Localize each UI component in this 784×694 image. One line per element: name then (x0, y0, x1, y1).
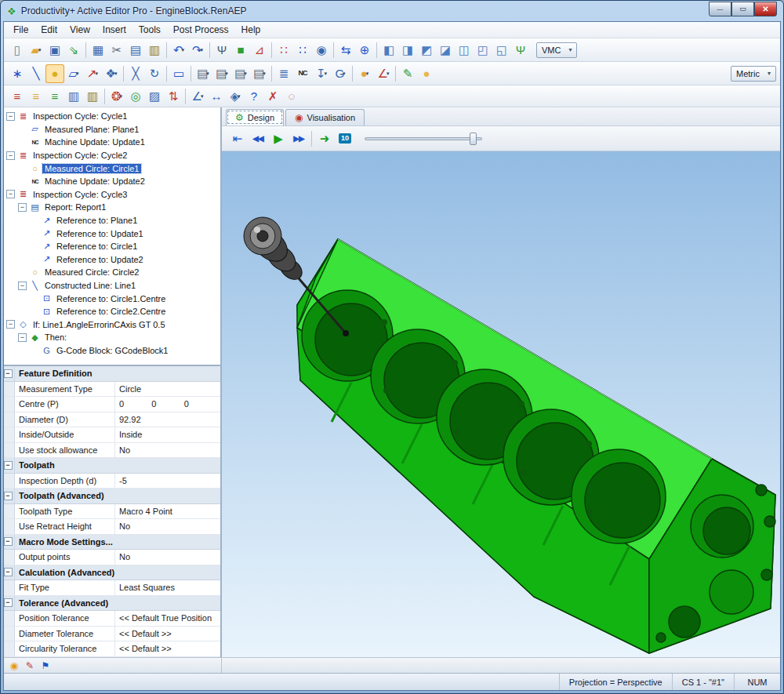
dropdown-arrow-icon[interactable]: ▾ (238, 93, 241, 100)
run-simulation-button[interactable]: ➜ (314, 129, 335, 149)
gcode-button[interactable]: G▾ (331, 64, 350, 83)
tree-item[interactable]: −◇If: Line1.AngleErrorinCAxis GT 0.5 (4, 318, 220, 332)
machine-update-button[interactable]: ↧▾ (312, 64, 331, 83)
tree-item[interactable]: −╲Constructed Line: Line1 (4, 279, 220, 292)
dropdown-arrow-icon[interactable]: ▾ (76, 71, 79, 77)
dropdown-arrow-icon[interactable]: ▾ (325, 71, 328, 77)
zoom-button[interactable]: ◉ (312, 41, 331, 60)
scan-move-button[interactable]: ▤▾ (231, 64, 250, 83)
property-group-row[interactable]: −Toolpath (4, 458, 220, 474)
property-value[interactable]: Inside (115, 427, 220, 442)
undo-button[interactable]: ↶▾ (169, 41, 188, 60)
tree-item[interactable]: ↗Reference to: Circle1 (4, 240, 220, 253)
property-group-row[interactable]: −Macro Mode Settings... (4, 535, 220, 550)
iso-view-1-button[interactable]: ◧ (379, 41, 398, 60)
iso-view-4-button[interactable]: ◪ (436, 41, 455, 60)
menu-file[interactable]: File (7, 23, 34, 37)
tree-item[interactable]: NCMachine Update: Update2 (4, 175, 220, 188)
menu-view[interactable]: View (64, 23, 96, 37)
dropdown-arrow-icon[interactable]: ▾ (114, 71, 118, 77)
tree-item[interactable]: ⊡Reference to: Circle1.Centre (4, 292, 220, 305)
close-button[interactable] (754, 2, 777, 16)
dropdown-arrow-icon[interactable]: ▾ (343, 71, 346, 77)
dropdown-arrow-icon[interactable]: ▾ (201, 93, 204, 100)
property-group-row[interactable]: −Toolpath (Advanced) (4, 489, 220, 504)
pan-view-button[interactable]: ⊕ (355, 41, 374, 60)
property-value[interactable]: << Default True Position (115, 611, 220, 626)
go-to-start-button[interactable]: ⇤ (227, 129, 248, 149)
measured-circle-button[interactable]: ● (45, 64, 64, 83)
iso-view-7-button[interactable]: ◱ (492, 41, 511, 60)
rotate-view-button[interactable]: ⇆ (336, 41, 355, 60)
property-group-row[interactable]: −Tolerance (Advanced) (4, 596, 220, 612)
open-folder-button[interactable]: ▰▾ (27, 41, 45, 60)
menu-post-process[interactable]: Post Process (167, 23, 235, 37)
goto-move-button[interactable]: ▤▾ (212, 64, 231, 83)
maximize-button[interactable] (731, 2, 754, 16)
tree-item[interactable]: −◆Then: (4, 331, 220, 344)
transform-button[interactable]: ⇅ (164, 87, 183, 106)
group-expander-icon[interactable]: − (4, 492, 13, 500)
probe-points-button[interactable]: ◌ (282, 87, 301, 106)
measured-point-button[interactable]: ∗ (8, 64, 27, 83)
group-expander-icon[interactable]: − (4, 568, 13, 576)
tree-item[interactable]: ↗Reference to: Update2 (4, 253, 220, 267)
tree-item[interactable]: ⊡Reference to: Circle2.Centre (4, 305, 220, 318)
tree-item[interactable]: −≣Inspection Cycle: Cycle3 (4, 188, 220, 202)
tree-item[interactable]: GG-Code Block: GCodeBlock1 (4, 344, 220, 358)
retract-move-button[interactable]: ▤▾ (250, 64, 269, 83)
tree-item[interactable]: ▱Measured Plane: Plane1 (4, 123, 220, 136)
copy-item-button[interactable]: ▥ (64, 87, 83, 106)
rotation-button[interactable]: ↻ (145, 64, 164, 83)
tree-expander-icon[interactable]: − (18, 282, 27, 290)
group-expander-icon[interactable]: − (4, 369, 13, 378)
property-group-row[interactable]: −Feature Definition (4, 366, 220, 382)
menu-edit[interactable]: Edit (34, 23, 64, 37)
target-button[interactable]: ◎ (126, 87, 145, 106)
new-document-button[interactable]: ▯ (8, 41, 27, 60)
dropdown-arrow-icon[interactable]: ▾ (182, 47, 185, 53)
step-back-button[interactable]: ◀◀ (248, 129, 268, 149)
dropdown-arrow-icon[interactable]: ▾ (225, 71, 228, 77)
if-block-button[interactable]: ▭ (169, 64, 188, 83)
measured-vector-button[interactable]: ↗▾ (83, 64, 102, 83)
iso-view-2-button[interactable]: ◨ (398, 41, 417, 60)
measured-plane-button[interactable]: ▱▾ (64, 64, 83, 83)
probe-database-button[interactable]: ▦ (89, 41, 107, 60)
vmc-dropdown[interactable]: VMC (536, 42, 577, 58)
nc-delete-button[interactable]: ✗ (263, 87, 282, 106)
iso-view-3-button[interactable]: ◩ (417, 41, 436, 60)
property-value[interactable]: -5 (115, 474, 220, 489)
dimension-button[interactable]: ↔ (207, 87, 226, 106)
tree-item[interactable]: −≣Inspection Cycle: Cycle2 (4, 149, 220, 162)
dropdown-arrow-icon[interactable]: ▾ (120, 93, 123, 100)
property-value[interactable]: Circle (115, 382, 220, 397)
edit-feature-button[interactable]: ✎ (23, 659, 37, 673)
paste-item-button[interactable]: ▥ (83, 87, 102, 106)
point-pattern-button[interactable]: ❂▾ (107, 87, 126, 106)
play-button[interactable]: ▶ (268, 129, 289, 149)
angle-construct-button[interactable]: ╳ (126, 64, 145, 83)
tree-expander-icon[interactable]: − (6, 190, 15, 198)
minimize-button[interactable] (709, 2, 731, 16)
program-tree-button[interactable]: ≡ (8, 87, 27, 106)
property-value[interactable]: 92.92 (115, 412, 220, 427)
menu-help[interactable]: Help (235, 23, 267, 37)
machine-model-button[interactable]: ■ (231, 41, 250, 60)
probe-button[interactable]: Ψ (212, 41, 231, 60)
measured-line-button[interactable]: ╲ (27, 64, 45, 83)
tree-item[interactable]: ○Measured Circle: Circle1 (4, 162, 220, 175)
probe-view-button[interactable]: Ψ (511, 41, 530, 60)
dropdown-arrow-icon[interactable]: ▾ (96, 71, 99, 77)
group-expander-icon[interactable]: − (4, 537, 13, 546)
property-group-row[interactable]: −Calculation (Advanced) (4, 565, 220, 581)
save-button[interactable]: ▣ (45, 41, 64, 60)
constructed-feature-button[interactable]: ❖▾ (102, 64, 121, 83)
dropdown-arrow-icon[interactable]: ▾ (263, 71, 266, 77)
tree-item[interactable]: −▤Report: Report1 (4, 201, 220, 214)
point-grid-button[interactable]: ∷ (274, 41, 293, 60)
paste-button[interactable]: ▥ (145, 41, 164, 60)
copy-button[interactable]: ▤ (126, 41, 145, 60)
dropdown-arrow-icon[interactable]: ▾ (387, 71, 390, 77)
axis-system-button[interactable]: ⊿ (250, 41, 269, 60)
